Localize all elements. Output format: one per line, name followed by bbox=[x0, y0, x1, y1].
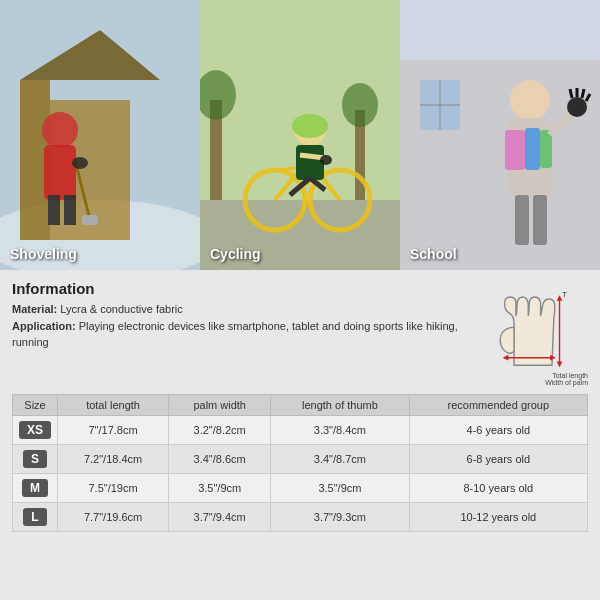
size-badge: L bbox=[23, 508, 46, 526]
palm-width-cell: 3.4"/8.6cm bbox=[169, 445, 271, 474]
svg-rect-49 bbox=[533, 195, 547, 245]
photo-shoveling-label: Shoveling bbox=[10, 246, 77, 262]
svg-rect-48 bbox=[515, 195, 529, 245]
photo-cycling: Cycling bbox=[200, 0, 400, 270]
info-application: Application: Playing electronic devices … bbox=[12, 318, 468, 351]
header-palm-width: palm width bbox=[169, 395, 271, 416]
info-title: Information bbox=[12, 280, 468, 297]
glove-svg: T bbox=[478, 280, 588, 370]
recommended-cell: 6-8 years old bbox=[409, 445, 587, 474]
svg-rect-7 bbox=[48, 195, 60, 225]
size-badge: XS bbox=[19, 421, 51, 439]
recommended-cell: 8-10 years old bbox=[409, 474, 587, 503]
photo-school-label: School bbox=[410, 246, 457, 262]
size-table: Size total length palm width length of t… bbox=[12, 394, 588, 532]
table-row: L7.7"/19.6cm3.7"/9.4cm3.7"/9.3cm10-12 ye… bbox=[13, 503, 588, 532]
header-length-thumb: length of thumb bbox=[271, 395, 409, 416]
svg-rect-10 bbox=[82, 215, 98, 225]
svg-point-11 bbox=[72, 157, 88, 169]
svg-text:T: T bbox=[562, 290, 567, 299]
length-thumb-cell: 3.4"/8.7cm bbox=[271, 445, 409, 474]
size-cell: S bbox=[13, 445, 58, 474]
size-badge: M bbox=[22, 479, 48, 497]
recommended-cell: 10-12 years old bbox=[409, 503, 587, 532]
application-value: Playing electronic devices like smartpho… bbox=[12, 320, 458, 349]
photo-cycling-label: Cycling bbox=[210, 246, 261, 262]
header-size: Size bbox=[13, 395, 58, 416]
width-palm-label: Width of palm bbox=[478, 379, 588, 386]
size-badge: S bbox=[23, 450, 47, 468]
svg-point-26 bbox=[292, 114, 328, 138]
table-row: M7.5"/19cm3.5"/9cm3.5"/9cm8-10 years old bbox=[13, 474, 588, 503]
info-section: Information Material: Lycra & conductive… bbox=[0, 270, 600, 600]
svg-line-45 bbox=[582, 89, 584, 98]
total-length-cell: 7.5"/19cm bbox=[58, 474, 169, 503]
palm-width-cell: 3.7"/9.4cm bbox=[169, 503, 271, 532]
svg-point-29 bbox=[320, 155, 332, 165]
size-cell: XS bbox=[13, 416, 58, 445]
length-thumb-cell: 3.7"/9.3cm bbox=[271, 503, 409, 532]
svg-marker-52 bbox=[557, 361, 563, 367]
table-row: S7.2"/18.4cm3.4"/8.6cm3.4"/8.7cm6-8 year… bbox=[13, 445, 588, 474]
info-material: Material: Lycra & conductive fabric bbox=[12, 301, 468, 318]
svg-rect-40 bbox=[525, 128, 540, 170]
palm-width-cell: 3.2"/8.2cm bbox=[169, 416, 271, 445]
svg-marker-54 bbox=[503, 355, 509, 361]
header-total-length: total length bbox=[58, 395, 169, 416]
svg-point-5 bbox=[42, 112, 78, 148]
table-header-row: Size total length palm width length of t… bbox=[13, 395, 588, 416]
total-length-cell: 7.7"/19.6cm bbox=[58, 503, 169, 532]
total-length-cell: 7"/17.8cm bbox=[58, 416, 169, 445]
svg-point-37 bbox=[510, 80, 550, 120]
svg-rect-27 bbox=[296, 145, 324, 180]
svg-rect-41 bbox=[540, 130, 552, 168]
length-thumb-cell: 3.5"/9cm bbox=[271, 474, 409, 503]
application-label: Application: bbox=[12, 320, 76, 332]
total-length-cell: 7.2"/18.4cm bbox=[58, 445, 169, 474]
table-row: XS7"/17.8cm3.2"/8.2cm3.3"/8.4cm4-6 years… bbox=[13, 416, 588, 445]
recommended-cell: 4-6 years old bbox=[409, 416, 587, 445]
total-length-label: Total length bbox=[478, 372, 588, 379]
material-label: Material: bbox=[12, 303, 57, 315]
size-cell: M bbox=[13, 474, 58, 503]
svg-line-46 bbox=[570, 89, 572, 98]
svg-rect-8 bbox=[64, 195, 76, 225]
svg-point-17 bbox=[342, 83, 378, 127]
info-top: Information Material: Lycra & conductive… bbox=[12, 280, 588, 386]
photos-section: Shoveling bbox=[0, 0, 600, 270]
palm-width-cell: 3.5"/9cm bbox=[169, 474, 271, 503]
length-thumb-cell: 3.3"/8.4cm bbox=[271, 416, 409, 445]
info-text: Information Material: Lycra & conductive… bbox=[12, 280, 468, 386]
material-value: Lycra & conductive fabric bbox=[60, 303, 182, 315]
header-recommended: recommended group bbox=[409, 395, 587, 416]
svg-rect-39 bbox=[505, 130, 525, 170]
photo-school: School bbox=[400, 0, 600, 270]
glove-diagram: T Total length Width of palm bbox=[478, 280, 588, 386]
svg-point-43 bbox=[567, 97, 587, 117]
photo-shoveling: Shoveling bbox=[0, 0, 200, 270]
size-cell: L bbox=[13, 503, 58, 532]
svg-rect-6 bbox=[44, 145, 76, 200]
